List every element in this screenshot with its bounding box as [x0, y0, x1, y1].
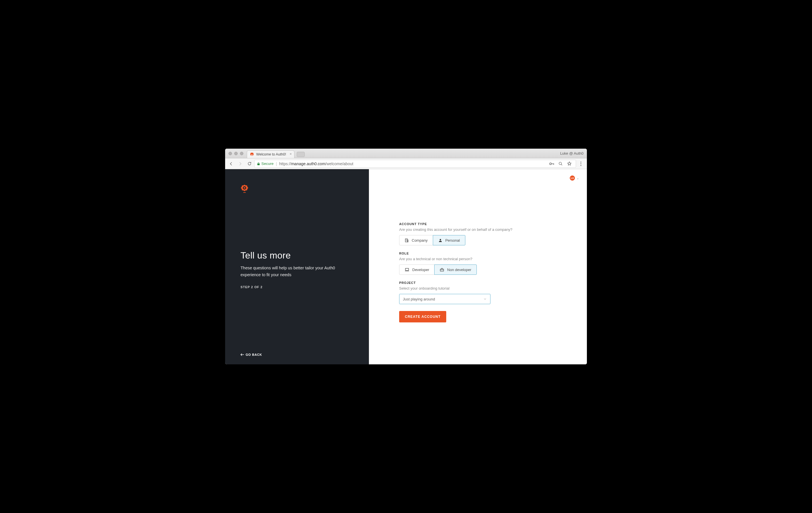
step-indicator: STEP 2 OF 2	[240, 285, 353, 289]
option-label: Personal	[445, 238, 460, 243]
omnibox[interactable]: Secure | https://manage.auth0.com/welcom…	[254, 160, 576, 168]
window-zoom-button[interactable]	[240, 152, 243, 155]
account-type-label: ACCOUNT TYPE	[399, 222, 548, 226]
window-controls	[227, 152, 243, 155]
tab-close-icon[interactable]: ×	[290, 152, 292, 156]
option-label: Non developer	[447, 267, 471, 272]
tab-title: Welcome to Auth0!	[256, 152, 286, 156]
project-select[interactable]: Just playing around	[399, 294, 490, 304]
nav-forward-button[interactable]	[236, 160, 244, 168]
role-label: ROLE	[399, 252, 548, 255]
laptop-icon	[405, 267, 409, 272]
svg-rect-14	[407, 240, 408, 242]
url-text: https://manage.auth0.com/welcome/about	[279, 162, 353, 166]
project-selected-value: Just playing around	[403, 297, 435, 301]
chevron-down-icon: ⌄	[577, 177, 579, 180]
browser-menu-button[interactable]	[577, 162, 585, 166]
option-label: Company	[412, 238, 428, 243]
url-scheme: https://	[279, 162, 291, 166]
svg-point-2	[580, 162, 581, 162]
account-type-segment: Company Personal	[399, 235, 548, 246]
svg-rect-6	[243, 192, 246, 193]
tab-favicon-icon	[250, 152, 254, 156]
create-account-button[interactable]: CREATE ACCOUNT	[399, 311, 446, 322]
intro-heading: Tell us more	[240, 250, 353, 261]
svg-rect-9	[407, 239, 407, 239]
arrow-left-icon	[240, 353, 244, 356]
onboarding-form: ACCOUNT TYPE Are you creating this accou…	[399, 222, 548, 322]
svg-rect-10	[406, 240, 406, 240]
svg-rect-12	[406, 240, 406, 241]
option-label: Developer	[412, 267, 429, 272]
svg-rect-13	[407, 240, 407, 241]
go-back-label: GO BACK	[245, 353, 262, 357]
omnibox-divider: |	[276, 162, 277, 166]
window-titlebar: Welcome to Auth0! × Luke @ Auth0	[225, 149, 587, 158]
zoom-icon[interactable]	[558, 162, 563, 166]
lock-icon	[257, 162, 260, 166]
svg-point-3	[580, 163, 581, 164]
key-icon[interactable]	[549, 162, 554, 166]
svg-point-15	[440, 239, 441, 240]
avatar: LU	[570, 175, 575, 180]
person-icon	[438, 238, 442, 243]
intro-description: These questions will help us better tail…	[240, 265, 349, 279]
window-minimize-button[interactable]	[234, 152, 238, 155]
address-bar: Secure | https://manage.auth0.com/welcom…	[225, 158, 587, 169]
star-icon[interactable]	[567, 161, 572, 166]
role-sub: Are you a technical or non technical per…	[399, 257, 548, 261]
omnibox-actions	[549, 161, 574, 166]
form-panel: LU ⌄ ACCOUNT TYPE Are you creating this …	[369, 169, 587, 364]
chevron-down-icon	[483, 297, 487, 301]
user-menu[interactable]: LU ⌄	[570, 175, 579, 180]
new-tab-button[interactable]	[297, 152, 305, 157]
window-close-button[interactable]	[229, 152, 232, 155]
secure-label: Secure	[261, 162, 273, 166]
auth0-logo-icon	[240, 184, 249, 193]
secure-indicator: Secure	[257, 162, 273, 166]
nav-reload-button[interactable]	[245, 160, 254, 168]
account-type-company[interactable]: Company	[399, 235, 433, 246]
page-content: Tell us more These questions will help u…	[225, 169, 587, 364]
url-path: /welcome/about	[325, 162, 353, 166]
svg-point-1	[559, 162, 561, 165]
briefcase-icon	[440, 267, 444, 272]
intro-panel: Tell us more These questions will help u…	[225, 169, 369, 364]
svg-rect-11	[407, 240, 407, 240]
tabstrip: Welcome to Auth0! ×	[247, 149, 305, 158]
svg-rect-8	[406, 239, 406, 239]
project-sub: Select your onboarding tutorial	[399, 286, 548, 290]
browser-window: Welcome to Auth0! × Luke @ Auth0 Secure …	[225, 149, 587, 364]
svg-point-4	[580, 165, 581, 166]
url-host: manage.auth0.com	[291, 162, 325, 166]
go-back-link[interactable]: GO BACK	[240, 353, 262, 357]
project-label: PROJECT	[399, 281, 548, 284]
account-type-personal[interactable]: Personal	[433, 235, 465, 246]
role-developer[interactable]: Developer	[399, 264, 435, 275]
svg-rect-16	[405, 268, 409, 270]
svg-point-0	[550, 163, 551, 164]
browser-tab[interactable]: Welcome to Auth0! ×	[247, 150, 294, 158]
account-type-sub: Are you creating this account for yourse…	[399, 227, 548, 232]
role-non-developer[interactable]: Non developer	[434, 264, 477, 275]
building-icon	[405, 238, 409, 243]
nav-back-button[interactable]	[227, 160, 235, 168]
intro-copy: Tell us more These questions will help u…	[240, 250, 353, 289]
role-segment: Developer Non developer	[399, 264, 548, 275]
browser-profile-label[interactable]: Luke @ Auth0	[560, 151, 583, 155]
svg-rect-7	[405, 238, 408, 242]
